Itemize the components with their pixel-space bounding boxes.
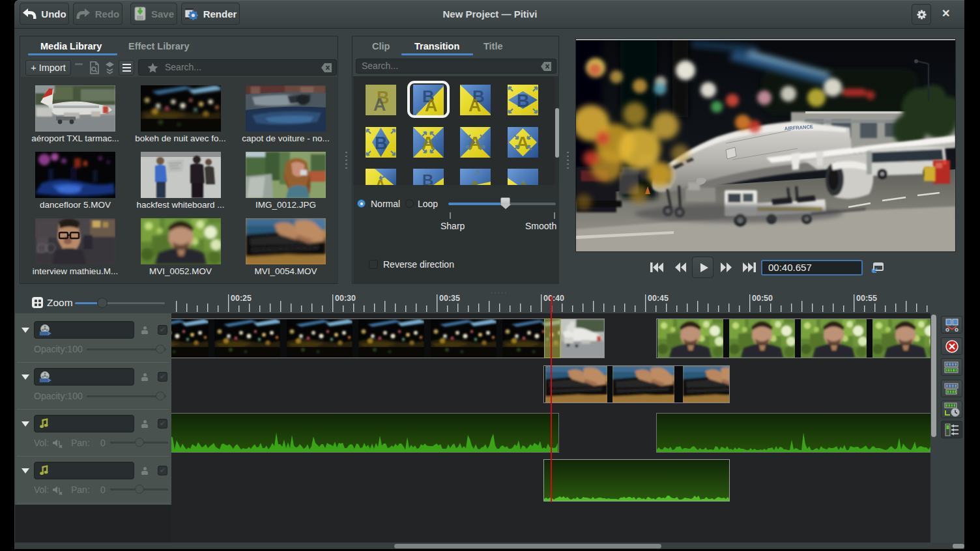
svg-text:B: B: [375, 134, 388, 153]
svg-text:00:30: 00:30: [335, 294, 356, 303]
svg-text:A: A: [373, 95, 386, 115]
svg-text:00:40: 00:40: [543, 294, 564, 303]
svg-text:00:50: 00:50: [752, 294, 773, 303]
svg-text:A: A: [516, 133, 529, 153]
svg-text:A: A: [424, 180, 436, 185]
svg-text:B: B: [517, 91, 530, 111]
svg-text:00:45: 00:45: [648, 294, 669, 303]
svg-text:A: A: [468, 96, 482, 115]
svg-text:A: A: [468, 178, 482, 185]
svg-text:00:25: 00:25: [231, 294, 252, 303]
svg-text:00:55: 00:55: [856, 294, 877, 303]
svg-text:00:35: 00:35: [439, 294, 460, 303]
svg-text:A: A: [468, 133, 482, 153]
